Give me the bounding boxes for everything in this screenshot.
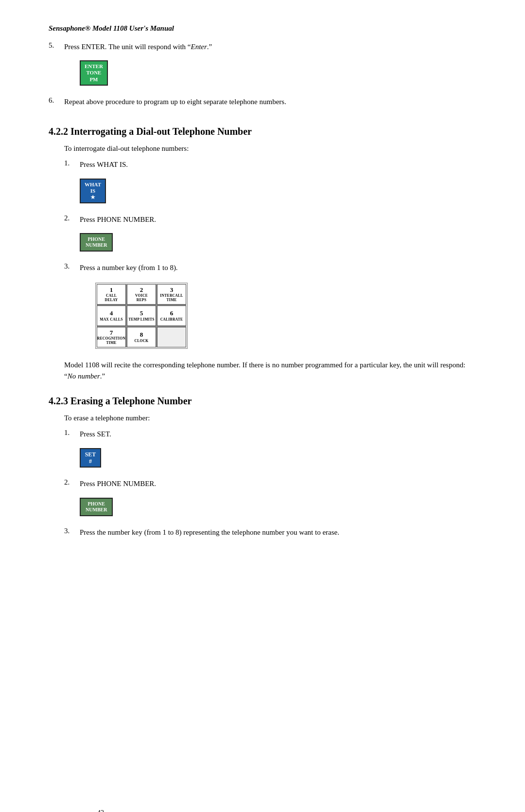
s422-step2-text: Press PHONE NUMBER. <box>80 214 476 225</box>
phone-number-button-1: PHONE NUMBER <box>80 233 113 252</box>
what-is-button: WHAT IS ★ <box>80 179 106 204</box>
step-5-num: 5. <box>49 41 64 50</box>
what-is-btn-line3: ★ <box>90 194 95 200</box>
header: Sensaphone® Model 1108 User's Manual <box>49 24 476 33</box>
key-4: 4 MAX CALLS <box>97 306 126 326</box>
s423-step1-text: Press SET. <box>80 429 476 440</box>
what-is-btn-line2: IS <box>90 188 95 194</box>
s422-step3-text: Press a number key (from 1 to 8). <box>80 262 476 273</box>
s422-step3-num: 3. <box>64 262 80 271</box>
enter-button: ENTER TONE PM <box>80 60 108 86</box>
what-is-btn-line1: WHAT <box>85 181 101 188</box>
s423-step3-num: 3. <box>64 527 80 535</box>
key-3: 3 INTERCALL TIME <box>157 284 186 305</box>
phone-btn2-line1: PHONE <box>88 501 105 507</box>
key-5: 5 TEMP LIMITS <box>127 306 156 326</box>
keypad-grid: 1 CALL DELAY 2 VOICE REPS 3 INTERCALL <box>97 284 186 347</box>
s423-step1-num: 1. <box>64 429 80 437</box>
key-6: 6 CALIBRATE <box>157 306 186 326</box>
section-422-heading: 4.2.2 Interrogating a Dial-out Telephone… <box>49 126 476 137</box>
step-6-num: 6. <box>49 96 64 105</box>
enter-btn-line3: PM <box>89 76 98 83</box>
section-423-intro: To erase a telephone number: <box>64 413 476 424</box>
key-8: 8 CLOCK <box>127 327 156 347</box>
step-5-text: Press ENTER. The unit will respond with … <box>64 41 476 53</box>
s423-step3-text: Press the number key (from 1 to 8) repre… <box>80 527 476 538</box>
s423-step2-num: 2. <box>64 478 80 487</box>
keypad-container: 1 CALL DELAY 2 VOICE REPS 3 INTERCALL <box>95 283 188 349</box>
s423-step2-text: Press PHONE NUMBER. <box>80 478 476 489</box>
set-button: SET # <box>80 448 101 468</box>
key-1: 1 CALL DELAY <box>97 284 126 305</box>
phone-btn2-line2: NUMBER <box>86 507 107 513</box>
s422-step2-num: 2. <box>64 214 80 222</box>
phone-btn-line1: PHONE <box>88 236 105 242</box>
step-6-text: Repeat above procedure to program up to … <box>64 96 476 108</box>
page-number: 42 <box>97 809 104 812</box>
phone-btn-line2: NUMBER <box>86 242 107 248</box>
s422-step1-num: 1. <box>64 159 80 167</box>
enter-btn-line1: ENTER <box>85 63 103 70</box>
enter-btn-line2: TONE <box>86 70 101 76</box>
set-btn-line1: SET <box>85 451 96 458</box>
key-empty <box>157 327 186 347</box>
key-2: 2 VOICE REPS <box>127 284 156 305</box>
phone-number-button-2: PHONE NUMBER <box>80 498 113 516</box>
section-423-heading: 4.2.3 Erasing a Telephone Number <box>49 396 476 407</box>
key-7: 7 RECOGNITION TIME <box>97 327 126 347</box>
section-422-intro: To interrogate dial-out telephone number… <box>64 143 476 154</box>
section-422-paragraph: Model 1108 will recite the corresponding… <box>64 360 476 382</box>
s422-step1-text: Press WHAT IS. <box>80 159 476 170</box>
set-btn-line2: # <box>89 458 92 465</box>
